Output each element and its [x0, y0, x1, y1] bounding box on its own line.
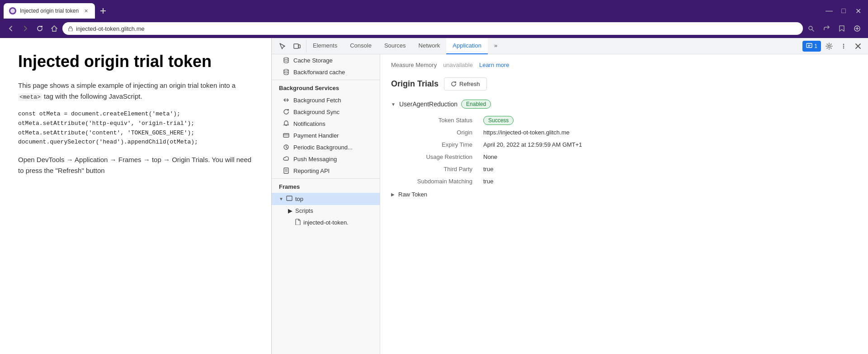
devtools-toolbar-icons — [274, 40, 307, 53]
close-devtools-button[interactable] — [852, 40, 864, 53]
svg-point-0 — [10, 9, 15, 13]
maximize-button[interactable]: □ — [837, 5, 850, 17]
sidebar-label-payment-handler: Payment Handler — [293, 132, 339, 139]
tab-network[interactable]: Network — [412, 38, 447, 54]
close-window-button[interactable]: ✕ — [852, 5, 864, 17]
main-area: Injected origin trial token This page sh… — [0, 38, 868, 354]
tab-elements[interactable]: Elements — [307, 38, 344, 54]
inspect-element-button[interactable] — [276, 40, 289, 53]
frames-section-header: Frames — [272, 181, 380, 193]
device-toolbar-button[interactable] — [291, 40, 303, 53]
trial-expand-button[interactable]: ▼ — [391, 102, 396, 107]
svg-rect-28 — [284, 168, 288, 173]
trial-name: UserAgentReduction — [399, 100, 458, 108]
frames-file-item[interactable]: injected-ot-token. — [272, 216, 380, 229]
devtools-sidebar: Cache Storage Back/forward cache Backgro… — [272, 54, 380, 354]
db-icon-2 — [283, 68, 290, 76]
usage-value: None — [483, 153, 857, 160]
sidebar-label-bg-fetch: Background Fetch — [293, 97, 341, 104]
sidebar-item-push-messaging[interactable]: Push Messaging — [272, 153, 380, 165]
frames-scripts-item[interactable]: ▶ Scripts — [272, 205, 380, 216]
cloud-icon — [283, 155, 290, 163]
tab-application[interactable]: Application — [446, 38, 488, 54]
sidebar-item-periodic-bg[interactable]: Periodic Background... — [272, 141, 380, 153]
extensions-button[interactable] — [851, 22, 863, 35]
learn-more-link[interactable]: Learn more — [479, 62, 509, 68]
home-button[interactable] — [48, 22, 61, 35]
feedback-badge-button[interactable]: 1 — [802, 41, 821, 52]
measure-memory-status: unavailable — [443, 62, 473, 68]
sync-icon — [283, 108, 290, 115]
back-button[interactable] — [5, 22, 17, 35]
nav-actions — [805, 22, 863, 35]
intro-text-2: tag with the following JavaScript. — [42, 92, 142, 100]
top-frame-label: top — [295, 196, 303, 202]
more-tabs-button[interactable]: » — [488, 38, 504, 54]
code-line-4: document.querySelector('head').appendChi… — [18, 138, 253, 147]
svg-point-20 — [284, 69, 288, 71]
expiry-row: Expiry Time April 20, 2022 at 12:59:59 A… — [402, 139, 857, 151]
active-tab[interactable]: Injected origin trial token ✕ — [4, 3, 95, 19]
db-icon — [283, 57, 290, 64]
devtools-panel: Elements Console Sources Network Applica… — [271, 38, 868, 354]
lock-icon — [68, 26, 73, 31]
expiry-value: April 20, 2022 at 12:59:59 AM GMT+1 — [483, 141, 857, 148]
tab-close-button[interactable]: ✕ — [82, 7, 90, 14]
tab-controls: — □ ✕ — [823, 5, 864, 17]
share-button[interactable] — [820, 22, 833, 35]
card-icon — [283, 132, 290, 139]
sidebar-label-notifications: Notifications — [293, 120, 326, 127]
svg-point-15 — [843, 45, 844, 47]
svg-marker-6 — [840, 26, 844, 31]
expand-icon: ▼ — [279, 196, 283, 201]
sidebar-item-bg-fetch[interactable]: Background Fetch — [272, 94, 380, 106]
minimize-button[interactable]: — — [823, 5, 835, 17]
browser-chrome: Injected origin trial token ✕ — □ ✕ inje… — [0, 0, 868, 38]
code-line-3: otMeta.setAttribute('content', 'TOKEN_GO… — [18, 129, 253, 138]
svg-point-16 — [843, 47, 844, 48]
refresh-button[interactable]: Refresh — [444, 77, 487, 91]
tab-console[interactable]: Console — [344, 38, 378, 54]
origin-value: https://injected-ot-token.glitch.me — [483, 129, 857, 136]
sidebar-item-notifications[interactable]: Notifications — [272, 118, 380, 129]
intro-code: <meta> — [18, 93, 42, 101]
token-status-label: Token Status — [402, 117, 483, 124]
file-icon — [295, 219, 301, 226]
tab-title: Injected origin trial token — [20, 8, 79, 14]
arrows-icon — [283, 96, 290, 104]
sidebar-label-bg-sync: Background Sync — [293, 109, 340, 115]
reload-button[interactable] — [33, 22, 46, 35]
sidebar-item-bfcache[interactable]: Back/forward cache — [272, 66, 380, 78]
file-label: injected-ot-token. — [303, 219, 349, 226]
trial-details-table: Token Status Success Origin https://inje… — [402, 114, 857, 187]
tab-sources[interactable]: Sources — [378, 38, 412, 54]
more-options-button[interactable] — [837, 40, 850, 53]
forward-button[interactable] — [19, 22, 32, 35]
devtools-body: Cache Storage Back/forward cache Backgro… — [272, 54, 868, 354]
svg-line-27 — [286, 147, 288, 148]
raw-token-row[interactable]: ▶ Raw Token — [391, 191, 857, 198]
svg-rect-23 — [283, 134, 289, 137]
subdomain-row: Subdomain Matching true — [402, 175, 857, 187]
svg-rect-31 — [287, 196, 292, 201]
zoom-button[interactable] — [805, 22, 817, 35]
address-bar[interactable]: injected-ot-token.glitch.me — [62, 22, 803, 35]
sidebar-item-reporting-api[interactable]: Reporting API — [272, 165, 380, 177]
intro-text-1: This page shows a simple example of inje… — [18, 81, 236, 89]
frame-icon — [286, 195, 292, 203]
sidebar-item-payment-handler[interactable]: Payment Handler — [272, 129, 380, 141]
refresh-button-label: Refresh — [459, 81, 480, 87]
token-status-value: Success — [483, 117, 857, 124]
sidebar-item-cache-storage[interactable]: Cache Storage — [272, 54, 380, 66]
trial-name-row: ▼ UserAgentReduction Enabled — [391, 100, 857, 109]
scripts-label: Scripts — [295, 207, 313, 214]
page-title: Injected origin trial token — [18, 52, 253, 71]
third-party-value: true — [483, 166, 857, 172]
svg-point-19 — [284, 57, 288, 59]
new-tab-button[interactable] — [97, 5, 109, 17]
settings-button[interactable] — [823, 40, 835, 53]
bookmark-button[interactable] — [835, 22, 848, 35]
frames-top-item[interactable]: ▼ top — [272, 193, 380, 205]
code-block: const otMeta = document.createElement('m… — [18, 110, 253, 147]
sidebar-item-bg-sync[interactable]: Background Sync — [272, 106, 380, 118]
